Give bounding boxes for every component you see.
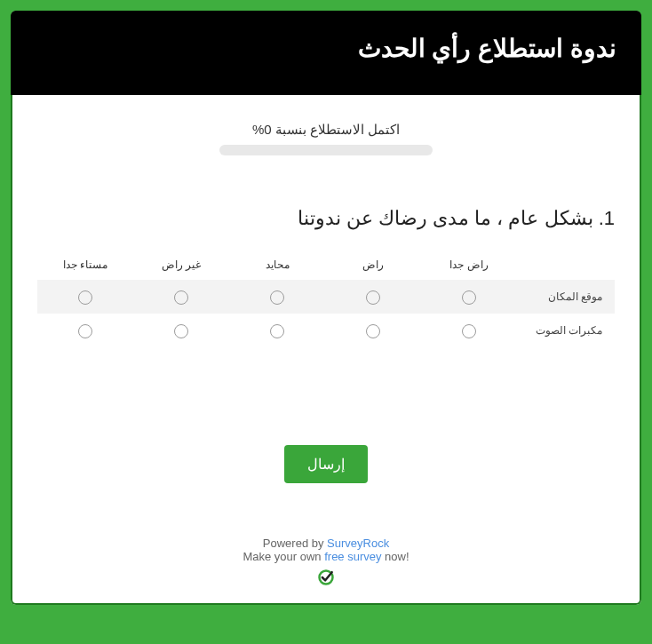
col-header-blank (517, 253, 615, 280)
radio-option[interactable] (366, 324, 380, 338)
submit-button[interactable]: إرسال (284, 445, 368, 483)
question-title: 1. بشكل عام ، ما مدى رضاك عن ندوتنا (37, 207, 615, 230)
progress-text: اكتمل الاستطلاع بنسبة 0% (11, 122, 641, 138)
radio-option[interactable] (174, 324, 188, 338)
logo-wrap (11, 568, 641, 589)
col-header: غير راض (133, 253, 229, 280)
make-suffix: now! (382, 550, 409, 563)
col-header: محايد (229, 253, 325, 280)
matrix-row: مكبرات الصوت (37, 314, 615, 347)
radio-option[interactable] (462, 290, 476, 305)
footer: Powered by SurveyRock Make your own free… (11, 537, 641, 605)
radio-option[interactable] (462, 324, 476, 338)
progress: اكتمل الاستطلاع بنسبة 0% (11, 122, 641, 155)
radio-option[interactable] (78, 324, 92, 338)
col-header: راض (325, 253, 421, 280)
col-header: مستاء جدا (37, 253, 133, 280)
powered-by-prefix: Powered by (263, 537, 327, 550)
make-prefix: Make your own (243, 550, 324, 563)
radio-option[interactable] (366, 290, 380, 305)
survey-title: ندوة استطلاع رأي الحدث (36, 34, 616, 63)
matrix-table: مستاء جدا غير راض محايد راض راض جدا موقع… (37, 253, 615, 347)
col-header: راض جدا (421, 253, 517, 280)
powered-by-line: Powered by SurveyRock (11, 537, 641, 550)
row-label: مكبرات الصوت (517, 314, 615, 347)
radio-option[interactable] (270, 290, 284, 305)
survey-frame: ندوة استطلاع رأي الحدث اكتمل الاستطلاع ب… (11, 11, 641, 605)
row-label: موقع المكان (517, 280, 615, 314)
free-survey-link[interactable]: free survey (324, 550, 381, 563)
submit-wrap: إرسال (11, 445, 641, 483)
question-block: 1. بشكل عام ، ما مدى رضاك عن ندوتنا مستا… (37, 207, 615, 347)
radio-option[interactable] (78, 290, 92, 305)
matrix-row: موقع المكان (37, 280, 615, 314)
powered-by-link[interactable]: SurveyRock (327, 537, 389, 550)
progress-bar (219, 145, 433, 155)
surveyrock-logo-icon (317, 568, 335, 586)
radio-option[interactable] (270, 324, 284, 338)
radio-option[interactable] (174, 290, 188, 305)
make-survey-line: Make your own free survey now! (11, 550, 641, 563)
survey-header: ندوة استطلاع رأي الحدث (11, 11, 641, 95)
